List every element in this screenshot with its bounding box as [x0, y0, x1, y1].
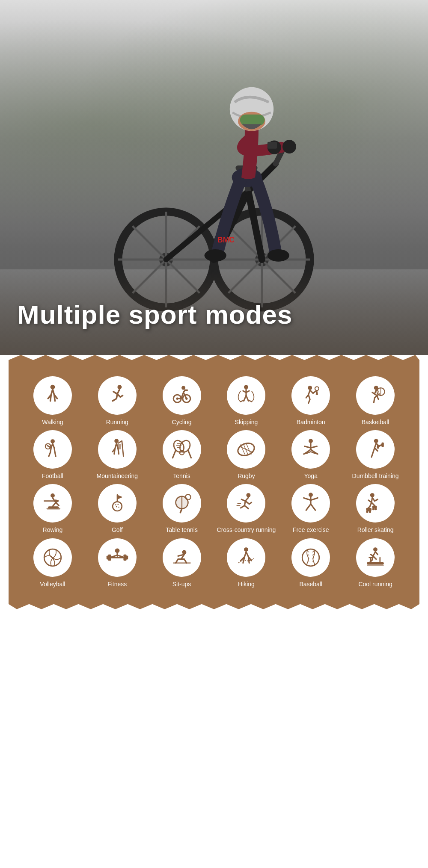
- svg-point-99: [244, 547, 248, 552]
- sport-item-golf: Golf: [86, 484, 149, 534]
- svg-line-103: [308, 558, 309, 558]
- svg-point-32: [181, 386, 185, 390]
- football-icon-circle: [33, 430, 72, 469]
- basketball-icon-circle: [356, 376, 395, 415]
- svg-rect-27: [240, 115, 265, 126]
- hiking-label: Hiking: [238, 580, 255, 588]
- svg-point-24: [282, 140, 296, 154]
- sport-item-rowing: Rowing: [21, 484, 84, 534]
- crosscountry-icon: [235, 492, 258, 515]
- yoga-label: Yoga: [304, 472, 318, 480]
- dumbbell-label: Dumbbell training: [352, 472, 399, 480]
- svg-line-58: [247, 443, 252, 455]
- situps-icon-circle: [163, 538, 201, 577]
- fitness-icon: [106, 546, 129, 569]
- svg-point-96: [115, 548, 119, 553]
- svg-point-37: [244, 385, 248, 389]
- crosscountry-icon-circle: [227, 484, 265, 523]
- svg-point-70: [117, 504, 119, 505]
- svg-point-85: [366, 511, 368, 513]
- rollerskating-icon: [364, 492, 387, 515]
- svg-point-78: [185, 495, 191, 500]
- hero-title: Multiple sport modes: [17, 300, 292, 329]
- rowing-icon: [41, 492, 64, 515]
- mountaineering-icon-circle: [98, 430, 137, 469]
- tabletennis-icon: [170, 492, 193, 515]
- sport-item-football: Football: [21, 430, 84, 480]
- svg-line-55: [239, 446, 253, 452]
- tabletennis-icon-circle: [163, 484, 201, 523]
- svg-rect-62: [381, 443, 383, 447]
- sport-item-badminton: Badminton: [279, 376, 342, 426]
- sport-item-crosscountry: Cross-country running: [215, 484, 277, 534]
- golf-label: Golf: [112, 526, 123, 534]
- rugby-label: Rugby: [238, 472, 255, 480]
- svg-line-106: [312, 554, 314, 555]
- svg-rect-63: [377, 445, 379, 449]
- walking-label: Walking: [42, 418, 63, 426]
- svg-point-82: [309, 493, 313, 497]
- svg-point-71: [116, 506, 117, 508]
- svg-point-35: [176, 398, 178, 400]
- coolrunning-icon-circle: [356, 538, 395, 577]
- svg-rect-87: [372, 506, 377, 508]
- badminton-label: Badminton: [297, 418, 325, 426]
- svg-line-49: [188, 450, 191, 458]
- running-label: Running: [106, 418, 128, 426]
- svg-point-44: [114, 439, 119, 443]
- svg-line-77: [180, 509, 182, 513]
- football-icon: [41, 438, 64, 461]
- sport-item-tabletennis: Table tennis: [151, 484, 213, 534]
- svg-point-21: [205, 249, 226, 262]
- sport-item-volleyball: Volleyball: [21, 538, 84, 588]
- svg-rect-93: [107, 555, 109, 559]
- freeexercise-icon-circle: [291, 484, 330, 523]
- tennis-icon-circle: [163, 430, 201, 469]
- golf-icon: [106, 492, 129, 515]
- freeexercise-icon: [299, 492, 322, 515]
- svg-rect-111: [367, 564, 384, 566]
- svg-line-47: [172, 450, 175, 458]
- svg-point-97: [182, 550, 186, 554]
- volleyball-icon: [41, 546, 64, 569]
- situps-icon: [170, 546, 193, 569]
- tennis-label: Tennis: [173, 472, 190, 480]
- sport-item-situps: Sit-ups: [151, 538, 213, 588]
- tabletennis-label: Table tennis: [166, 526, 198, 534]
- cycling-label: Cycling: [172, 418, 192, 426]
- hiking-icon-circle: [227, 538, 265, 577]
- svg-point-72: [118, 507, 119, 508]
- basketball-label: Basketball: [362, 418, 389, 426]
- yoga-icon-circle: [291, 430, 330, 469]
- crosscountry-label: Cross-country running: [217, 526, 276, 534]
- svg-point-69: [115, 505, 116, 506]
- sport-item-mountaineering: Mountaineering: [86, 430, 149, 480]
- mountaineering-label: Mountaineering: [96, 472, 138, 480]
- svg-rect-110: [367, 562, 384, 564]
- svg-rect-66: [47, 508, 60, 510]
- fitness-label: Fitness: [107, 580, 127, 588]
- svg-rect-45: [117, 444, 121, 450]
- rugby-icon-circle: [227, 430, 265, 469]
- svg-point-39: [315, 387, 319, 390]
- skipping-label: Skipping: [235, 418, 258, 426]
- baseball-icon-circle: [291, 538, 330, 577]
- svg-point-36: [185, 398, 187, 400]
- sport-item-yoga: Yoga: [279, 430, 342, 480]
- svg-rect-28: [268, 142, 277, 149]
- situps-label: Sit-ups: [172, 580, 191, 588]
- svg-point-100: [302, 549, 319, 566]
- running-icon-circle: [98, 376, 137, 415]
- svg-line-102: [308, 554, 309, 555]
- baseball-label: Baseball: [299, 580, 322, 588]
- svg-point-38: [308, 386, 312, 390]
- sport-item-coolrunning: Cool running: [344, 538, 407, 588]
- svg-point-42: [51, 439, 55, 443]
- sport-item-walking: Walking: [21, 376, 84, 426]
- golf-icon-circle: [98, 484, 137, 523]
- rugby-icon: [235, 438, 258, 461]
- svg-point-64: [51, 493, 55, 498]
- badminton-icon-circle: [291, 376, 330, 415]
- walking-icon-circle: [33, 376, 72, 415]
- svg-point-31: [117, 385, 122, 389]
